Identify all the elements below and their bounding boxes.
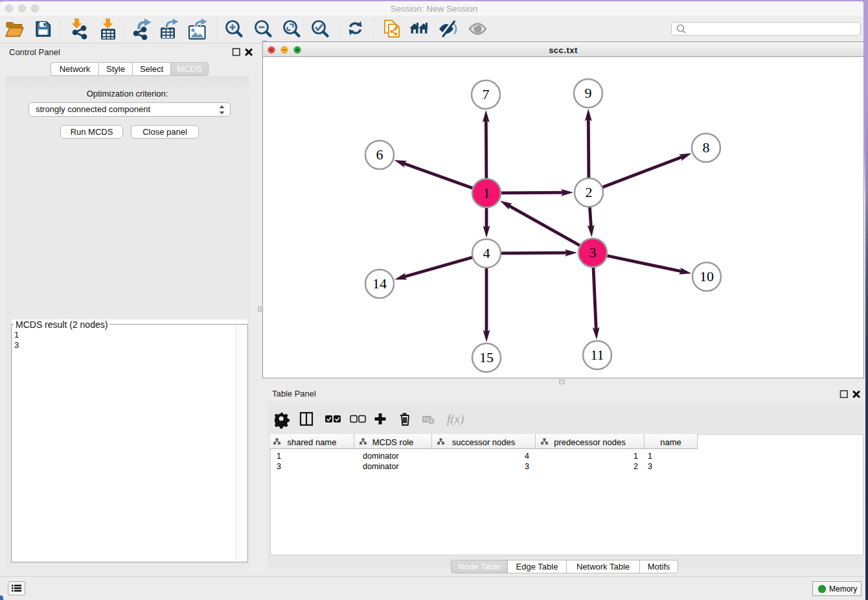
svg-text:11: 11 (590, 347, 604, 363)
svg-text:14: 14 (372, 275, 387, 292)
svg-text:7: 7 (483, 86, 490, 102)
svg-text:8: 8 (703, 139, 710, 156)
svg-text:9: 9 (585, 85, 592, 101)
svg-text:f(x): f(x) (447, 412, 464, 426)
svg-text:15: 15 (479, 349, 494, 365)
svg-text:3: 3 (589, 244, 597, 260)
svg-text:10: 10 (700, 268, 714, 284)
svg-text:4: 4 (483, 245, 490, 261)
svg-text:2: 2 (586, 184, 593, 200)
svg-text:1: 1 (483, 185, 490, 201)
svg-text:6: 6 (376, 146, 383, 163)
